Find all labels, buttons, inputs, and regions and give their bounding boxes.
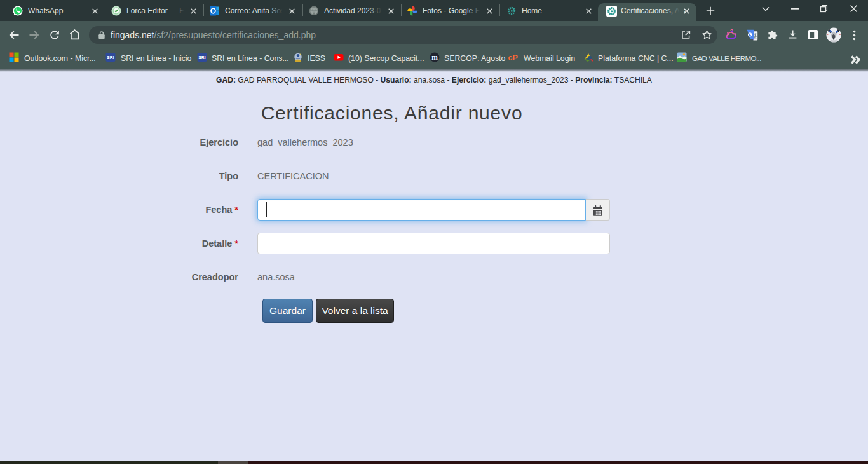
- svg-text:cP: cP: [508, 53, 518, 62]
- svg-text:SRI: SRI: [198, 55, 205, 60]
- svg-text:m: m: [431, 53, 438, 61]
- svg-text:SRI: SRI: [107, 55, 114, 60]
